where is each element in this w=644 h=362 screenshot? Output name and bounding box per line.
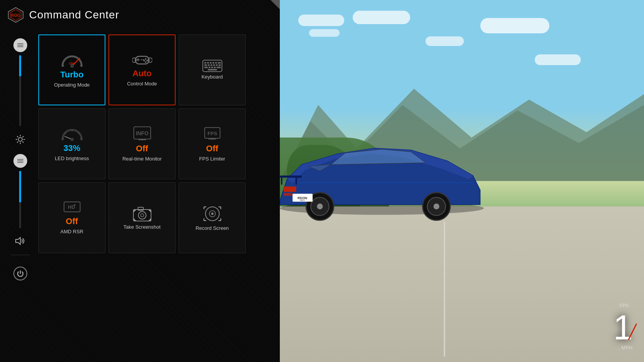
svg-rect-40 <box>215 62 217 64</box>
record-icon <box>202 204 222 224</box>
tile-record-screen-label: Record Screen <box>196 225 229 232</box>
volume-slider-thumb[interactable] <box>13 38 27 52</box>
tile-take-screenshot-label: Take Screenshot <box>123 224 161 231</box>
svg-point-104 <box>317 203 323 209</box>
tile-led-brightness[interactable]: 33% LED brightness <box>38 108 105 179</box>
tile-operating-mode-label: Operating Mode <box>54 82 90 88</box>
volume-track <box>19 55 21 126</box>
camera-icon <box>132 205 153 223</box>
tile-operating-mode-value: Turbo <box>60 70 84 80</box>
main-content: 25W Turbo Operating Mode <box>0 27 280 362</box>
gauge-icon: 25W <box>61 51 84 68</box>
power-button[interactable] <box>13 267 27 280</box>
svg-point-29 <box>145 58 146 60</box>
svg-text:MEX: MEX <box>300 199 305 201</box>
svg-rect-41 <box>218 62 221 64</box>
corner-indicator <box>271 0 280 11</box>
svg-marker-95 <box>271 0 280 9</box>
svg-rect-51 <box>214 67 216 68</box>
svg-rect-39 <box>212 62 214 64</box>
svg-point-74 <box>141 214 144 217</box>
tile-keyboard[interactable]: Keyboard <box>179 34 246 105</box>
svg-rect-53 <box>208 69 217 70</box>
volume-icon-container <box>15 236 26 247</box>
cloud-3 <box>353 11 410 24</box>
svg-point-73 <box>138 211 146 219</box>
svg-rect-43 <box>208 64 210 66</box>
brightness-track <box>19 171 21 228</box>
svg-line-11 <box>17 136 18 138</box>
cloud-5 <box>480 18 549 33</box>
svg-rect-37 <box>207 62 209 64</box>
svg-marker-18 <box>16 238 20 244</box>
svg-rect-28 <box>136 59 140 60</box>
tile-operating-mode[interactable]: 25W Turbo Operating Mode <box>38 34 105 105</box>
svg-rect-4 <box>17 45 23 46</box>
svg-rect-34 <box>143 59 144 60</box>
svg-rect-48 <box>204 67 208 68</box>
svg-rect-36 <box>204 62 206 64</box>
app-title: Command Center <box>29 9 119 21</box>
red-slash-icon <box>627 322 638 341</box>
svg-point-32 <box>145 61 146 63</box>
tile-control-mode[interactable]: Auto Control Mode <box>108 34 176 105</box>
svg-line-14 <box>17 142 18 143</box>
svg-text:HD: HD <box>68 204 75 210</box>
tile-realtime-monitor-label: Real-time Monitor <box>122 156 162 162</box>
power-icon <box>16 270 24 277</box>
svg-point-71 <box>74 204 76 206</box>
tile-led-brightness-label: LED brightness <box>55 156 89 162</box>
svg-rect-42 <box>204 64 207 66</box>
svg-rect-45 <box>213 64 215 66</box>
svg-text:INFO: INFO <box>136 130 149 136</box>
svg-rect-17 <box>17 162 23 163</box>
controller-icon <box>132 52 152 67</box>
side-controls <box>0 31 36 358</box>
fps-label: FPS <box>620 303 629 308</box>
info-monitor-icon: INFO <box>132 125 152 142</box>
svg-text:FPS: FPS <box>207 131 217 136</box>
volume-icon <box>15 236 26 246</box>
svg-point-30 <box>146 60 148 61</box>
svg-rect-49 <box>209 67 210 68</box>
cloud-2 <box>309 29 340 37</box>
svg-point-107 <box>434 203 439 209</box>
svg-rect-38 <box>210 62 212 64</box>
tile-fps-limiter[interactable]: FPS Off FPS Limiter <box>179 108 246 179</box>
svg-rect-50 <box>211 67 213 68</box>
cloud-1 <box>298 15 344 26</box>
brightness-slider-group <box>13 154 27 231</box>
brightness-icon-container <box>15 134 26 146</box>
svg-rect-3 <box>17 43 23 44</box>
game-panel: RDON MEX FPS 1 MPH <box>280 0 644 362</box>
tile-amd-rsr-label: AMD RSR <box>61 229 84 235</box>
tile-take-screenshot[interactable]: Take Screenshot <box>108 182 176 253</box>
svg-rect-99 <box>284 187 296 192</box>
tile-realtime-monitor[interactable]: INFO Off Real-time Monitor <box>108 108 176 179</box>
svg-rect-100 <box>284 193 293 196</box>
hamburger-icon-2 <box>17 159 24 163</box>
svg-rect-108 <box>280 175 302 178</box>
hd-icon: HD <box>62 200 82 215</box>
fps-icon: FPS <box>202 125 222 142</box>
svg-point-60 <box>71 138 73 141</box>
tile-led-brightness-value: 33% <box>63 143 80 153</box>
divider <box>11 255 30 255</box>
led-icon <box>61 126 83 142</box>
svg-rect-46 <box>216 64 218 66</box>
cloud-4 <box>426 36 464 46</box>
brightness-slider-thumb[interactable] <box>13 154 27 168</box>
svg-text:ROG: ROG <box>11 13 21 18</box>
svg-line-12 <box>22 142 23 143</box>
command-center-panel: ROG Command Center <box>0 0 280 362</box>
tile-amd-rsr[interactable]: HD Off AMD RSR <box>38 182 105 253</box>
car: RDON MEX <box>280 98 491 260</box>
fps-row: FPS <box>613 303 632 308</box>
tile-record-screen[interactable]: Record Screen <box>179 182 246 253</box>
tile-control-mode-value: Auto <box>132 69 151 79</box>
rog-logo-icon: ROG <box>8 7 24 23</box>
svg-rect-52 <box>217 67 221 68</box>
red-indicator <box>627 322 638 343</box>
tile-keyboard-label: Keyboard <box>202 74 223 80</box>
svg-line-13 <box>22 136 23 138</box>
